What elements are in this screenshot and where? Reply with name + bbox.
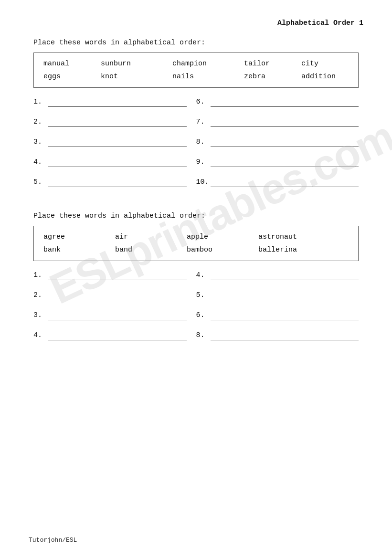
word-bank: bank [43,246,115,254]
answer-num-6: 6. [196,98,211,107]
section2: Place these words in alphabetical order:… [29,212,363,351]
section2-instruction: Place these words in alphabetical order: [33,212,363,220]
answer-num-10: 10. [196,178,211,187]
section1: Place these words in alphabetical order:… [29,39,363,198]
word-knot: knot [101,73,172,81]
word-bamboo: bamboo [187,246,258,254]
answer-line-3[interactable] [48,137,187,147]
s2-answer-num-2: 2. [33,291,48,300]
word-city: city [301,60,359,68]
answer-row-9: 9. [196,158,359,167]
s2-answer-row-3: 3. [33,311,196,320]
section2-col-right: 4. 5. 6. 8. [196,271,359,351]
word-ballerina: ballerina [258,246,330,254]
answer-num-4: 4. [33,158,48,167]
answer-line-9[interactable] [211,158,359,167]
s2-answer-line-4[interactable] [48,331,187,340]
s2-answer-line-8[interactable] [211,331,359,340]
answer-row-2: 2. [33,117,196,127]
word-tailor: tailor [244,60,301,68]
section1-col-left: 1. 2. 3. 4. [33,97,196,198]
answer-line-6[interactable] [211,97,359,107]
answer-num-7: 7. [196,118,211,127]
answer-num-9: 9. [196,158,211,167]
s2-answer-row-1: 1. [33,271,196,280]
word-astronaut: astronaut [258,233,330,241]
s2-answer-line-1[interactable] [48,271,187,280]
s2-answer-line-7[interactable] [211,311,359,320]
answer-line-4[interactable] [48,158,187,167]
section2-word-box: agree air apple astronaut bank band bamb… [33,226,359,261]
answer-row-7: 7. [196,117,359,127]
s2-answer-row-5: 4. [196,271,359,280]
word-sunburn: sunburn [101,60,172,68]
answer-line-8[interactable] [211,137,359,147]
answer-line-1[interactable] [48,97,187,107]
answer-row-5: 5. [33,178,196,187]
section2-col-left: 1. 2. 3. 4. [33,271,196,351]
word-champion: champion [172,60,244,68]
answer-line-5[interactable] [48,178,187,187]
page: ESLprintables.com Alphabetical Order 1 P… [0,0,392,558]
section2-row2: bank band bamboo ballerina [43,246,349,254]
section1-word-box: manual sunburn champion tailor city eggs… [33,53,359,88]
section1-col-right: 6. 7. 8. 9. [196,97,359,198]
answer-num-8: 8. [196,138,211,147]
s2-answer-line-3[interactable] [48,311,187,320]
s2-answer-num-1: 1. [33,271,48,280]
s2-answer-line-2[interactable] [48,291,187,300]
section1-instruction: Place these words in alphabetical order: [33,39,363,47]
answer-num-1: 1. [33,98,48,107]
s2-answer-line-6[interactable] [211,291,359,300]
answer-row-1: 1. [33,97,196,107]
word-addition: addition [301,73,359,81]
s2-answer-num-3: 3. [33,311,48,320]
word-nails: nails [172,73,244,81]
s2-answer-row-6: 5. [196,291,359,300]
footer: Tutorjohn/ESL [29,537,77,544]
section2-answers: 1. 2. 3. 4. [33,271,359,351]
s2-answer-num-7: 6. [196,311,211,320]
word-eggs: eggs [43,73,101,81]
section1-row1: manual sunburn champion tailor city [43,60,349,68]
s2-answer-row-4: 4. [33,331,196,340]
word-zebra: zebra [244,73,301,81]
s2-answer-line-5[interactable] [211,271,359,280]
s2-answer-row-2: 2. [33,291,196,300]
answer-row-10: 10. [196,178,359,187]
word-agree: agree [43,233,115,241]
section1-answers: 1. 2. 3. 4. [33,97,359,198]
s2-answer-num-8: 8. [196,331,211,340]
answer-line-7[interactable] [211,117,359,127]
answer-num-3: 3. [33,138,48,147]
answer-line-2[interactable] [48,117,187,127]
answer-row-4: 4. [33,158,196,167]
s2-answer-num-5: 4. [196,271,211,280]
word-band: band [115,246,187,254]
word-apple: apple [187,233,258,241]
section1-row2: eggs knot nails zebra addition [43,73,349,81]
section2-row1: agree air apple astronaut [43,233,349,241]
answer-num-2: 2. [33,118,48,127]
answer-row-6: 6. [196,97,359,107]
answer-row-3: 3. [33,137,196,147]
answer-row-8: 8. [196,137,359,147]
section2-answer-columns: 1. 2. 3. 4. [33,271,359,351]
s2-answer-row-7: 6. [196,311,359,320]
s2-answer-num-6: 5. [196,291,211,300]
s2-answer-num-4: 4. [33,331,48,340]
answer-num-5: 5. [33,178,48,187]
page-title: Alphabetical Order 1 [29,19,363,27]
answer-line-10[interactable] [211,178,359,187]
word-air: air [115,233,187,241]
s2-answer-row-8: 8. [196,331,359,340]
section1-answer-columns: 1. 2. 3. 4. [33,97,359,198]
word-manual: manual [43,60,101,68]
